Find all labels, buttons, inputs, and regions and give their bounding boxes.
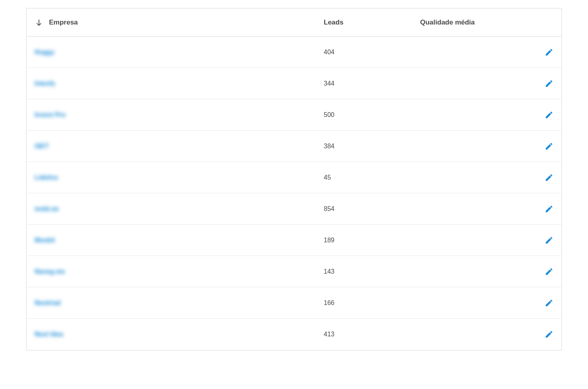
cell-empresa: Invest Pro [27, 111, 316, 119]
table-row: Invest Pro500 [27, 99, 561, 131]
cell-empresa: Naveg.me [27, 268, 316, 275]
cell-empresa: Next Idea [27, 331, 316, 338]
edit-icon[interactable] [545, 173, 553, 182]
cell-action [537, 330, 561, 339]
cell-leads: 854 [316, 205, 412, 213]
column-header-qualidade[interactable]: Qualidade média [412, 18, 561, 27]
company-link[interactable]: Invest Pro [35, 111, 65, 118]
table-row: Next Idea413 [27, 319, 561, 350]
table-row: Intexfy344 [27, 68, 561, 99]
edit-icon[interactable] [545, 299, 553, 307]
cell-leads: 384 [316, 143, 412, 150]
table-row: iSET384 [27, 131, 561, 162]
edit-icon[interactable] [545, 330, 553, 339]
edit-icon[interactable] [545, 48, 553, 57]
cell-empresa: iSET [27, 143, 316, 150]
company-link[interactable]: Moskit [35, 237, 55, 244]
cell-leads: 45 [316, 174, 412, 181]
cell-leads: 344 [316, 80, 412, 87]
companies-table: Empresa Leads Qualidade média Huggy404In… [26, 8, 562, 350]
table-row: mobi.ee854 [27, 193, 561, 225]
company-link[interactable]: Naveg.me [35, 268, 65, 275]
cell-action [537, 142, 561, 151]
table-header-row: Empresa Leads Qualidade média [27, 8, 561, 37]
cell-empresa: Intexfy [27, 80, 316, 87]
cell-leads: 189 [316, 237, 412, 244]
edit-icon[interactable] [545, 236, 553, 245]
cell-leads: 143 [316, 268, 412, 275]
column-header-empresa[interactable]: Empresa [27, 18, 316, 27]
cell-empresa: Lidehra [27, 174, 316, 181]
company-link[interactable]: iSET [35, 143, 49, 149]
column-header-leads-label: Leads [324, 18, 343, 26]
table-row: Neotriad166 [27, 287, 561, 319]
cell-action [537, 267, 561, 276]
cell-leads: 404 [316, 49, 412, 56]
cell-action [537, 48, 561, 57]
edit-icon[interactable] [545, 111, 553, 119]
company-link[interactable]: Lidehra [35, 174, 58, 181]
table-row: Huggy404 [27, 37, 561, 68]
sort-descending-icon[interactable] [35, 18, 43, 27]
column-header-empresa-label: Empresa [49, 18, 78, 27]
table-row: Naveg.me143 [27, 256, 561, 287]
column-header-leads[interactable]: Leads [316, 18, 412, 27]
cell-action [537, 299, 561, 307]
column-header-qualidade-label: Qualidade média [420, 18, 475, 26]
cell-empresa: mobi.ee [27, 205, 316, 213]
table-row: Moskit189 [27, 225, 561, 256]
cell-action [537, 79, 561, 88]
cell-action [537, 173, 561, 182]
table-row: Lidehra45 [27, 162, 561, 193]
cell-empresa: Moskit [27, 237, 316, 244]
cell-leads: 166 [316, 299, 412, 307]
company-link[interactable]: Intexfy [35, 80, 55, 87]
edit-icon[interactable] [545, 79, 553, 88]
cell-leads: 413 [316, 331, 412, 338]
cell-leads: 500 [316, 111, 412, 119]
company-link[interactable]: Next Idea [35, 331, 63, 338]
edit-icon[interactable] [545, 205, 553, 213]
company-link[interactable]: Neotriad [35, 299, 61, 306]
table-body: Huggy404Intexfy344Invest Pro500iSET384Li… [27, 37, 561, 350]
company-link[interactable]: mobi.ee [35, 205, 59, 212]
edit-icon[interactable] [545, 267, 553, 276]
cell-empresa: Huggy [27, 49, 316, 56]
edit-icon[interactable] [545, 142, 553, 151]
cell-action [537, 236, 561, 245]
cell-action [537, 111, 561, 119]
cell-action [537, 205, 561, 213]
company-link[interactable]: Huggy [35, 49, 55, 55]
cell-empresa: Neotriad [27, 299, 316, 307]
